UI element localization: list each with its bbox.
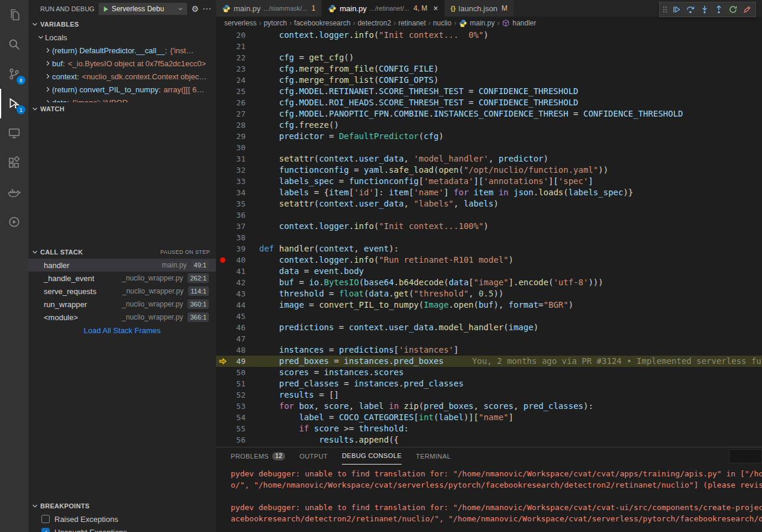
breakpoints-header[interactable]: BREAKPOINTS bbox=[28, 499, 216, 512]
gutter-glyph-margin[interactable] bbox=[216, 232, 229, 243]
activity-item-remote-explorer[interactable] bbox=[0, 118, 28, 148]
code-line[interactable]: 24 cfg.merge_from_list(CONFIG_OPTS) bbox=[216, 75, 762, 86]
code-line[interactable]: 56 results.append({ bbox=[216, 434, 762, 446]
panel-tab-debug-console[interactable]: DEBUG CONSOLE bbox=[342, 447, 402, 465]
breakpoint-row[interactable]: ✓Uncaught Exceptions bbox=[28, 525, 216, 532]
code-line[interactable]: 33 labels_spec = functionconfig['metadat… bbox=[216, 176, 762, 187]
gutter-glyph-margin[interactable] bbox=[216, 75, 229, 86]
variable-row[interactable]: buf:<_io.BytesIO object at 0x7f5a2dc1ecc… bbox=[28, 57, 216, 70]
restart-button[interactable] bbox=[726, 2, 740, 17]
gutter-glyph-margin[interactable] bbox=[216, 153, 229, 165]
code-line[interactable]: 25 cfg.MODEL.RETINANET.SCORE_THRESH_TEST… bbox=[216, 86, 762, 97]
stack-frame-row[interactable]: run_wrapper_nuclio_wrapper.py360:1 bbox=[28, 298, 216, 311]
breadcrumb-item[interactable]: nuclio bbox=[433, 19, 451, 27]
call-stack-header[interactable]: CALL STACK PAUSED ON STEP bbox=[28, 246, 216, 259]
activity-item-circle-run[interactable] bbox=[0, 207, 28, 237]
debug-settings-gear-icon[interactable]: ⚙ bbox=[191, 4, 199, 14]
activity-item-source-control[interactable]: 8 bbox=[0, 59, 28, 89]
code-line[interactable]: 40 context.logger.info("Run retinanet-R1… bbox=[216, 254, 762, 266]
gutter-glyph-margin[interactable] bbox=[216, 187, 229, 198]
code-line[interactable]: 45 bbox=[216, 311, 762, 322]
editor-tab[interactable]: main.py.../retinanet/...4, M× bbox=[322, 0, 444, 17]
editor-tab[interactable]: {}launch.jsonM bbox=[445, 0, 514, 17]
code-line[interactable]: 38 bbox=[216, 232, 762, 243]
code-line[interactable]: 53 for box, score, label in zip(pred_box… bbox=[216, 401, 762, 412]
code-line[interactable]: 21 bbox=[216, 41, 762, 52]
activity-item-docker[interactable] bbox=[0, 178, 28, 207]
code-line[interactable]: 48 instances = predictions['instances'] bbox=[216, 344, 762, 356]
gutter-glyph-margin[interactable] bbox=[216, 254, 229, 266]
code-line[interactable]: 41 data = event.body bbox=[216, 266, 762, 277]
code-line[interactable]: 28 cfg.freeze() bbox=[216, 120, 762, 131]
code-line[interactable]: 26 cfg.MODEL.ROI_HEADS.SCORE_THRESH_TEST… bbox=[216, 97, 762, 108]
gutter-glyph-margin[interactable] bbox=[216, 209, 229, 221]
code-line[interactable]: 29 predictor = DefaultPredictor(cfg) bbox=[216, 131, 762, 142]
code-line[interactable]: 50 scores = instances.scores bbox=[216, 367, 762, 378]
gutter-glyph-margin[interactable] bbox=[216, 97, 229, 108]
variables-scope-locals[interactable]: Locals bbox=[28, 31, 216, 44]
code-line[interactable]: 35 setattr(context.user_data, "labels", … bbox=[216, 198, 762, 209]
activity-item-run-and-debug[interactable]: 1 bbox=[0, 89, 28, 118]
gutter-glyph-margin[interactable] bbox=[216, 108, 229, 120]
breadcrumb-item[interactable]: facebookresearch bbox=[294, 19, 350, 27]
breadcrumb-item[interactable]: detectron2 bbox=[357, 19, 391, 27]
gutter-glyph-margin[interactable] bbox=[216, 356, 229, 367]
close-icon[interactable]: × bbox=[433, 4, 438, 13]
code-line[interactable]: 43 threshold = float(data.get("threshold… bbox=[216, 288, 762, 299]
watch-header[interactable]: WATCH bbox=[28, 102, 216, 115]
gutter-glyph-margin[interactable] bbox=[216, 434, 229, 446]
code-line[interactable]: 27 cfg.MODEL.PANOPTIC_FPN.COMBINE.INSTAN… bbox=[216, 108, 762, 120]
code-line[interactable]: 23 cfg.merge_from_file(CONFIG_FILE) bbox=[216, 63, 762, 75]
code-line[interactable]: 51 pred_classes = instances.pred_classes bbox=[216, 378, 762, 389]
code-line[interactable]: 46 predictions = context.user_data.model… bbox=[216, 322, 762, 333]
gutter-glyph-margin[interactable] bbox=[216, 165, 229, 176]
gutter-glyph-margin[interactable] bbox=[216, 52, 229, 63]
step-out-button[interactable] bbox=[712, 2, 726, 17]
variable-row[interactable]: (return) convert_PIL_to_numpy:array([[[ … bbox=[28, 83, 216, 96]
step-into-button[interactable] bbox=[698, 2, 712, 17]
gutter-glyph-margin[interactable] bbox=[216, 367, 229, 378]
gutter-glyph-margin[interactable] bbox=[216, 311, 229, 322]
step-over-button[interactable] bbox=[683, 2, 698, 17]
more-actions-icon[interactable]: ⋯ bbox=[202, 4, 211, 14]
console-filter-input[interactable] bbox=[729, 449, 762, 463]
activity-item-extensions[interactable] bbox=[0, 148, 28, 178]
breakpoint-row[interactable]: Raised Exceptions bbox=[28, 512, 216, 525]
load-all-stack-frames-link[interactable]: Load All Stack Frames bbox=[28, 324, 216, 337]
gutter-glyph-margin[interactable] bbox=[216, 322, 229, 333]
gutter-glyph-margin[interactable] bbox=[216, 299, 229, 311]
stack-frame-row[interactable]: serve_requests_nuclio_wrapper.py114:1 bbox=[28, 285, 216, 298]
code-line[interactable]: 37 context.logger.info("Init context...1… bbox=[216, 221, 762, 232]
breadcrumb-item[interactable]: retinanet bbox=[398, 19, 426, 27]
stack-frame-row[interactable]: _handle_event_nuclio_wrapper.py262:1 bbox=[28, 272, 216, 285]
gutter-glyph-margin[interactable] bbox=[216, 333, 229, 344]
code-editor[interactable]: 20 context.logger.info("Init context... … bbox=[216, 30, 762, 447]
activity-item-explorer[interactable] bbox=[0, 0, 28, 30]
activity-item-search[interactable] bbox=[0, 30, 28, 59]
code-line[interactable]: 54 label = COCO_CATEGORIES[int(label)]["… bbox=[216, 412, 762, 423]
gutter-glyph-margin[interactable] bbox=[216, 30, 229, 41]
variable-row[interactable]: context:<nuclio_sdk.context.Context obje… bbox=[28, 70, 216, 83]
gutter-glyph-margin[interactable] bbox=[216, 63, 229, 75]
panel-tab-output[interactable]: OUTPUT bbox=[299, 447, 328, 465]
checkbox[interactable] bbox=[41, 515, 50, 523]
code-line[interactable]: 55 if score >= threshold: bbox=[216, 423, 762, 434]
code-line[interactable]: 52 results = [] bbox=[216, 389, 762, 401]
gutter-glyph-margin[interactable] bbox=[216, 389, 229, 401]
gutter-glyph-margin[interactable] bbox=[216, 243, 229, 254]
gutter-glyph-margin[interactable] bbox=[216, 423, 229, 434]
gutter-glyph-margin[interactable] bbox=[216, 142, 229, 153]
gutter-glyph-margin[interactable] bbox=[216, 401, 229, 412]
checkbox[interactable]: ✓ bbox=[41, 528, 50, 532]
stack-frame-row[interactable]: handlermain.py49:1 bbox=[28, 259, 216, 272]
gutter-glyph-margin[interactable] bbox=[216, 131, 229, 142]
gutter-glyph-margin[interactable] bbox=[216, 41, 229, 52]
gutter-glyph-margin[interactable] bbox=[216, 198, 229, 209]
stack-frame-row[interactable]: <module>_nuclio_wrapper.py366:1 bbox=[28, 311, 216, 324]
code-line[interactable]: 20 context.logger.info("Init context... … bbox=[216, 30, 762, 41]
code-line[interactable]: 36 bbox=[216, 209, 762, 221]
breadcrumb-item[interactable]: handler bbox=[502, 19, 536, 27]
gutter-glyph-margin[interactable] bbox=[216, 277, 229, 288]
disconnect-button[interactable] bbox=[740, 2, 754, 17]
code-line[interactable]: 47 bbox=[216, 333, 762, 344]
